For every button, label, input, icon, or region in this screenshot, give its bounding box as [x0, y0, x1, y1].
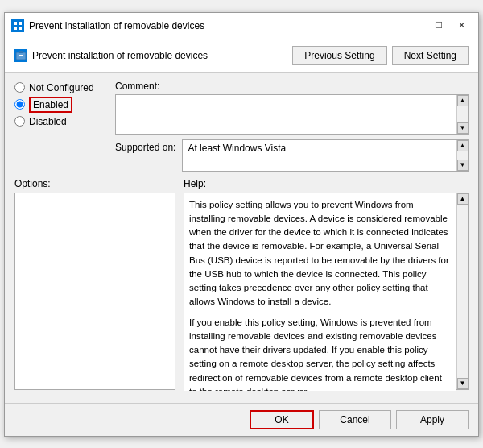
cancel-button[interactable]: Cancel	[319, 410, 391, 429]
comment-container: ▲ ▼	[115, 94, 469, 135]
title-bar: Prevent installation of removable device…	[5, 13, 478, 39]
supported-label: Supported on:	[115, 142, 175, 153]
svg-rect-1	[19, 22, 22, 25]
ok-button[interactable]: OK	[250, 410, 314, 429]
scroll-down-arrow[interactable]: ▼	[457, 122, 469, 134]
scroll-up-arrow[interactable]: ▲	[457, 95, 469, 106]
disabled-radio[interactable]	[14, 116, 25, 127]
top-section: Not Configured Enabled Disabled Comment:	[14, 81, 469, 172]
help-panel: Help: This policy setting allows you to …	[184, 178, 469, 390]
right-panel: Comment: ▲ ▼ Supported on: At least Wind…	[115, 81, 469, 172]
supported-scrollbar[interactable]: ▲ ▼	[456, 140, 468, 171]
radio-group: Not Configured Enabled Disabled	[14, 82, 107, 127]
not-configured-label: Not Configured	[29, 82, 94, 93]
not-configured-option[interactable]: Not Configured	[14, 82, 107, 93]
footer: OK Cancel Apply	[5, 403, 478, 436]
svg-rect-0	[14, 22, 17, 25]
supported-box-wrapper: At least Windows Vista ▲ ▼	[182, 139, 469, 172]
help-title: Help:	[184, 178, 469, 189]
help-scroll-up[interactable]: ▲	[457, 193, 469, 205]
help-scroll-down[interactable]: ▼	[457, 378, 469, 389]
svg-rect-3	[19, 27, 22, 30]
header-title-area: Prevent installation of removable device…	[14, 49, 208, 62]
svg-rect-2	[14, 27, 17, 30]
comment-label: Comment:	[115, 81, 469, 92]
maximize-button[interactable]: ☐	[428, 18, 449, 34]
next-setting-button[interactable]: Next Setting	[392, 46, 469, 65]
window-icon	[11, 19, 24, 32]
comment-scrollbar[interactable]: ▲ ▼	[456, 95, 468, 134]
help-paragraph-2: If you enable this policy setting, Windo…	[189, 316, 452, 391]
disabled-label: Disabled	[29, 116, 67, 127]
title-bar-controls: – ☐ ✕	[406, 18, 472, 34]
previous-setting-button[interactable]: Previous Setting	[292, 46, 386, 65]
supported-scroll-up[interactable]: ▲	[457, 140, 469, 151]
supported-value: At least Windows Vista	[183, 140, 456, 171]
header-icon	[14, 49, 27, 62]
options-title: Options:	[14, 178, 175, 189]
main-window: Prevent installation of removable device…	[4, 12, 479, 437]
content-area: Not Configured Enabled Disabled Comment:	[5, 73, 478, 398]
svg-rect-5	[19, 51, 23, 53]
header-buttons: Previous Setting Next Setting	[292, 46, 469, 65]
supported-container: At least Windows Vista ▲ ▼	[182, 139, 469, 172]
apply-button[interactable]: Apply	[396, 410, 469, 429]
minimize-button[interactable]: –	[406, 18, 427, 34]
left-panel: Not Configured Enabled Disabled	[14, 81, 107, 172]
close-button[interactable]: ✕	[451, 18, 472, 34]
header-bar: Prevent installation of removable device…	[5, 39, 478, 73]
disabled-option[interactable]: Disabled	[14, 116, 107, 127]
enabled-option[interactable]: Enabled	[14, 97, 107, 113]
help-paragraph-1: This policy setting allows you to preven…	[189, 198, 452, 309]
supported-row: Supported on: At least Windows Vista ▲ ▼	[115, 139, 469, 172]
header-title-text: Prevent installation of removable device…	[32, 50, 208, 61]
enabled-label: Enabled	[29, 97, 72, 113]
help-text-box: This policy setting allows you to preven…	[184, 193, 456, 391]
comment-area	[116, 95, 456, 134]
help-scrollbar[interactable]: ▲ ▼	[456, 193, 468, 389]
title-bar-text: Prevent installation of removable device…	[29, 20, 406, 31]
bottom-panels: Options: Help: This policy setting allow…	[14, 178, 469, 390]
not-configured-radio[interactable]	[14, 82, 25, 93]
enabled-radio[interactable]	[14, 99, 25, 110]
options-box	[14, 193, 175, 390]
supported-scroll-down[interactable]: ▼	[457, 160, 469, 171]
help-container: This policy setting allows you to preven…	[184, 193, 469, 390]
options-panel: Options:	[14, 178, 175, 390]
svg-rect-6	[19, 55, 23, 56]
